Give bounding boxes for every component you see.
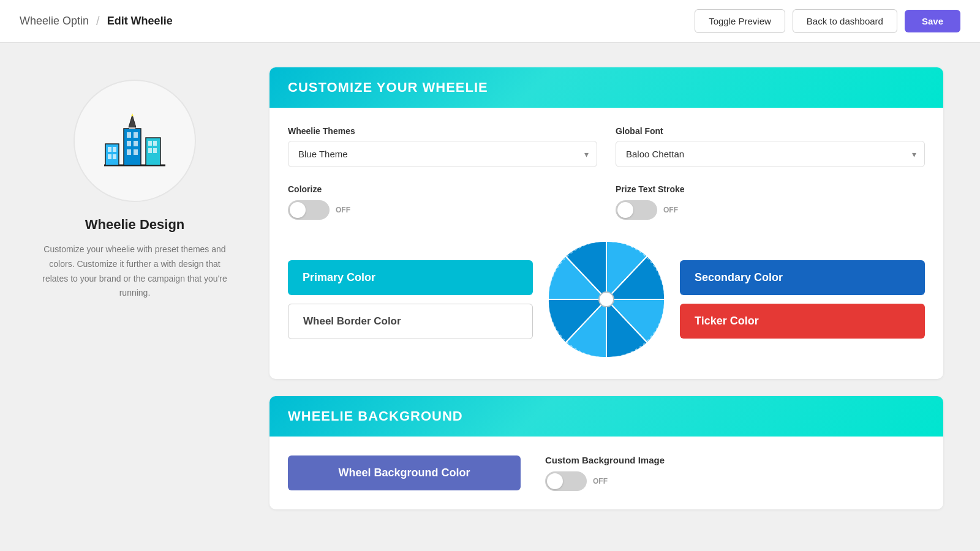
custom-bg-image-group: Custom Background Image OFF [545, 455, 665, 491]
svg-rect-9 [127, 141, 131, 146]
wheelie-icon-circle [74, 80, 196, 202]
themes-select-wrapper: Blue Theme Red Theme Green Theme Purple … [288, 141, 597, 167]
customize-section-body: Wheelie Themes Blue Theme Red Theme Gree… [270, 108, 943, 379]
main-content: Wheelie Design Customize your wheelie wi… [0, 43, 980, 551]
svg-rect-1 [105, 144, 119, 165]
themes-group: Wheelie Themes Blue Theme Red Theme Gree… [288, 126, 597, 167]
toggle-preview-button[interactable]: Toggle Preview [695, 9, 785, 33]
colorize-toggle[interactable] [288, 200, 330, 220]
svg-rect-14 [148, 141, 152, 146]
custom-bg-image-label: Custom Background Image [545, 455, 665, 465]
design-description: Customize your wheelie with preset theme… [37, 242, 233, 301]
svg-marker-19 [131, 113, 134, 116]
svg-rect-4 [108, 154, 111, 159]
custom-bg-toggle-knob [547, 473, 563, 489]
prize-text-stroke-group: Prize Text Stroke OFF [616, 184, 925, 220]
right-panel: CUSTOMIZE YOUR WHEELIE Wheelie Themes Bl… [270, 67, 943, 527]
design-title: Wheelie Design [85, 217, 185, 233]
prize-text-stroke-toggle[interactable] [616, 200, 657, 220]
font-label: Global Font [616, 126, 925, 136]
background-section-body: Wheel Background Color Custom Background… [270, 437, 943, 509]
customize-section-title: CUSTOMIZE YOUR WHEELIE [288, 80, 925, 96]
colorize-group: Colorize OFF [288, 184, 597, 220]
breadcrumb-separator: / [96, 14, 100, 28]
customize-section-header: CUSTOMIZE YOUR WHEELIE [270, 67, 943, 108]
svg-rect-12 [134, 149, 138, 155]
svg-rect-3 [113, 147, 116, 152]
svg-rect-6 [124, 129, 141, 165]
ticker-color-button[interactable]: Ticker Color [680, 304, 925, 339]
svg-point-22 [599, 292, 614, 307]
custom-bg-toggle[interactable] [545, 471, 587, 491]
header-actions: Toggle Preview Back to dashboard Save [695, 9, 960, 33]
header: Wheelie Optin / Edit Wheelie Toggle Prev… [0, 0, 980, 43]
prize-text-stroke-toggle-wrapper: OFF [616, 200, 925, 220]
prize-text-stroke-toggle-state: OFF [663, 206, 678, 214]
svg-rect-8 [134, 132, 138, 138]
customize-section-card: CUSTOMIZE YOUR WHEELIE Wheelie Themes Bl… [270, 67, 943, 379]
themes-label: Wheelie Themes [288, 126, 597, 136]
color-buttons-left: Primary Color Wheel Border Color [288, 260, 533, 339]
custom-bg-toggle-state: OFF [593, 477, 608, 485]
svg-rect-10 [134, 141, 138, 146]
svg-rect-2 [108, 147, 111, 152]
brand-name: Wheelie Optin [20, 15, 89, 28]
font-select-wrapper: Baloo Chettan Roboto Open Sans Lato ▾ [616, 141, 925, 167]
background-section-title: WHEELIE BACKGROUND [288, 408, 925, 424]
svg-marker-18 [129, 115, 136, 127]
prize-text-stroke-label: Prize Text Stroke [616, 184, 925, 194]
wheel-preview-svg [545, 238, 668, 361]
svg-rect-5 [113, 154, 116, 159]
wheelie-icon [98, 104, 172, 178]
svg-rect-16 [148, 148, 152, 153]
wheel-preview [545, 238, 668, 361]
color-buttons-right: Secondary Color Ticker Color [680, 260, 925, 339]
themes-font-row: Wheelie Themes Blue Theme Red Theme Gree… [288, 126, 925, 167]
font-select[interactable]: Baloo Chettan Roboto Open Sans Lato [616, 141, 925, 167]
themes-select[interactable]: Blue Theme Red Theme Green Theme Purple … [288, 141, 597, 167]
colorize-toggle-state: OFF [336, 206, 350, 214]
background-section-card: WHEELIE BACKGROUND Wheel Background Colo… [270, 396, 943, 509]
primary-color-button[interactable]: Primary Color [288, 260, 533, 295]
page-title: Edit Wheelie [107, 15, 173, 28]
wheel-bg-color-button[interactable]: Wheel Background Color [288, 455, 521, 490]
colorize-toggle-wrapper: OFF [288, 200, 597, 220]
save-button[interactable]: Save [905, 10, 960, 32]
svg-rect-17 [153, 148, 157, 153]
font-group: Global Font Baloo Chettan Roboto Open Sa… [616, 126, 925, 167]
color-area: Primary Color Wheel Border Color [288, 238, 925, 361]
breadcrumb: Wheelie Optin / Edit Wheelie [20, 14, 173, 28]
toggle-row: Colorize OFF Prize Text Stroke [288, 184, 925, 220]
svg-rect-7 [127, 132, 131, 138]
custom-bg-toggle-wrapper: OFF [545, 471, 665, 491]
prize-text-stroke-toggle-knob [617, 202, 633, 218]
secondary-color-button[interactable]: Secondary Color [680, 260, 925, 295]
colorize-toggle-knob [290, 202, 306, 218]
back-to-dashboard-button[interactable]: Back to dashboard [793, 9, 897, 33]
colorize-label: Colorize [288, 184, 597, 194]
left-panel: Wheelie Design Customize your wheelie wi… [37, 67, 233, 527]
svg-rect-11 [127, 149, 131, 155]
svg-rect-15 [153, 141, 157, 146]
svg-rect-20 [129, 127, 135, 129]
background-section-header: WHEELIE BACKGROUND [270, 396, 943, 437]
wheel-border-color-button[interactable]: Wheel Border Color [288, 304, 533, 339]
